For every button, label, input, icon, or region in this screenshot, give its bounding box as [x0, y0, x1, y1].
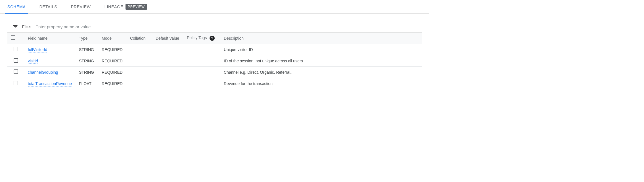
tab-details[interactable]: DETAILS [39, 0, 57, 13]
table-row: channelGrouping STRING REQUIRED Channel … [7, 67, 422, 78]
help-icon[interactable]: ? [210, 36, 215, 41]
field-description: Channel e.g. Direct, Organic, Referral..… [220, 67, 422, 78]
lineage-preview-badge: PREVIEW [126, 4, 147, 10]
filter-icon [12, 24, 18, 29]
field-mode: REQUIRED [98, 78, 127, 89]
header-select-all [7, 33, 24, 44]
tab-lineage-label: LINEAGE [104, 5, 123, 9]
table-row: fullVisitorId STRING REQUIRED Unique vis… [7, 44, 422, 55]
row-checkbox[interactable] [14, 58, 18, 63]
header-policy-tags-label: Policy Tags [187, 35, 207, 40]
field-description: Revenue for the transaction [220, 78, 422, 89]
header-policy-tags[interactable]: Policy Tags ? [183, 33, 220, 44]
field-name-link[interactable]: visitId [28, 59, 38, 64]
field-default [152, 78, 183, 89]
field-collation [127, 67, 152, 78]
header-description[interactable]: Description [220, 33, 422, 44]
field-name-link[interactable]: channelGrouping [28, 70, 58, 75]
field-mode: REQUIRED [98, 44, 127, 55]
field-default [152, 67, 183, 78]
field-name-link[interactable]: totalTransactionRevenue [28, 81, 72, 86]
tab-bar: SCHEMA DETAILS PREVIEW LINEAGE PREVIEW [0, 0, 429, 14]
header-mode[interactable]: Mode [98, 33, 127, 44]
field-default [152, 44, 183, 55]
header-collation[interactable]: Collation [127, 33, 152, 44]
field-description: ID of the session, not unique across all… [220, 55, 422, 67]
field-name-link[interactable]: fullVisitorId [28, 47, 47, 52]
filter-bar: Filter [7, 22, 422, 33]
row-checkbox[interactable] [14, 69, 18, 74]
field-collation [127, 44, 152, 55]
field-description: Unique visitor ID [220, 44, 422, 55]
field-tags [183, 78, 220, 89]
header-type[interactable]: Type [76, 33, 98, 44]
field-mode: REQUIRED [98, 55, 127, 67]
field-tags [183, 55, 220, 67]
header-default-value[interactable]: Default Value [152, 33, 183, 44]
field-collation [127, 78, 152, 89]
field-default [152, 55, 183, 67]
tab-schema[interactable]: SCHEMA [7, 0, 26, 13]
field-tags [183, 67, 220, 78]
schema-table: Field name Type Mode Collation Default V… [7, 33, 422, 89]
field-mode: REQUIRED [98, 67, 127, 78]
field-type: STRING [76, 55, 98, 67]
tab-lineage[interactable]: LINEAGE PREVIEW [104, 0, 147, 13]
header-field-name[interactable]: Field name [24, 33, 76, 44]
field-collation [127, 55, 152, 67]
row-checkbox[interactable] [14, 81, 18, 85]
select-all-checkbox[interactable] [11, 35, 15, 40]
field-type: STRING [76, 44, 98, 55]
table-row: totalTransactionRevenue FLOAT REQUIRED R… [7, 78, 422, 89]
field-type: STRING [76, 67, 98, 78]
filter-label: Filter [22, 24, 31, 29]
filter-input[interactable] [35, 24, 422, 29]
table-row: visitId STRING REQUIRED ID of the sessio… [7, 55, 422, 67]
field-tags [183, 44, 220, 55]
tab-preview[interactable]: PREVIEW [71, 0, 91, 13]
row-checkbox[interactable] [14, 47, 18, 51]
field-type: FLOAT [76, 78, 98, 89]
